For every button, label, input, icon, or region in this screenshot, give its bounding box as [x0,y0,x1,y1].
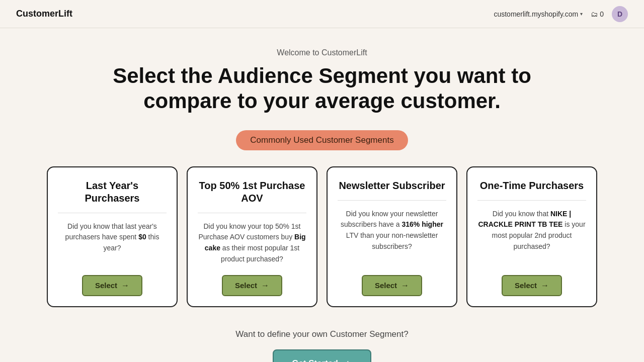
segment-card-one-time-purchasers: One-Time Purchasers Did you know that NI… [466,166,597,307]
arrow-icon-1: → [121,281,129,290]
bottom-text: Want to define your own Customer Segment… [235,329,408,339]
arrow-icon-4: → [541,281,549,290]
select-label-1: Select [95,281,117,290]
card-divider-1 [58,213,167,213]
segment-cards-row: Last Year's Purchasers Did you know that… [30,166,614,307]
arrow-icon-3: → [401,281,409,290]
card-body-1: Did you know that last year's purchasers… [58,221,167,265]
bottom-section: Want to define your own Customer Segment… [235,329,408,362]
card-body-4: Did you know that NIKE | CRACKLE PRINT T… [477,209,586,265]
chevron-down-icon: ▾ [580,11,583,17]
card-divider-3 [338,200,446,201]
segment-card-newsletter: Newsletter Subscriber Did you know your … [327,166,457,307]
select-button-1[interactable]: Select → [82,275,142,296]
select-label-4: Select [515,281,537,290]
card-title-3: Newsletter Subscriber [339,179,445,192]
select-button-4[interactable]: Select → [502,275,562,296]
header: CustomerLift customerlift.myshopify.com … [0,0,644,28]
cart-area[interactable]: 🗂 0 [591,10,604,18]
header-right: customerlift.myshopify.com ▾ 🗂 0 D [494,6,628,22]
card-divider-4 [477,200,586,201]
select-button-3[interactable]: Select → [362,275,422,296]
main-content: Welcome to CustomerLift Select the Audie… [0,28,644,362]
segment-card-top50-aov: Top 50% 1st Purchase AOV Did you know yo… [187,166,317,307]
cart-icon: 🗂 [591,10,598,18]
select-label-3: Select [375,281,397,290]
card-title-4: One-Time Purchasers [480,179,584,192]
logo: CustomerLift [16,9,72,19]
cart-count: 0 [600,10,604,18]
store-selector[interactable]: customerlift.myshopify.com ▾ [494,10,583,18]
get-started-label: Get Started [292,358,338,362]
select-button-2[interactable]: Select → [222,275,282,296]
select-label-2: Select [235,281,257,290]
store-name: customerlift.myshopify.com [494,10,578,18]
page-subtitle: Welcome to CustomerLift [277,48,367,57]
avatar-letter: D [617,10,622,18]
commonly-used-segments-badge[interactable]: Commonly Used Customer Segments [236,130,408,150]
arrow-icon-2: → [261,281,269,290]
avatar[interactable]: D [612,6,628,22]
plus-icon: ＋ [343,357,352,362]
page-title: Select the Audience Segment you want to … [106,63,538,114]
get-started-button[interactable]: Get Started ＋ [273,349,371,362]
segment-card-last-year-purchasers: Last Year's Purchasers Did you know that… [47,166,178,307]
card-body-2: Did you know your top 50% 1st Purchase A… [198,221,306,265]
card-title-1: Last Year's Purchasers [58,179,167,205]
card-body-3: Did you know your newsletter subscribers… [338,209,446,265]
card-title-2: Top 50% 1st Purchase AOV [198,179,306,205]
card-divider-2 [198,213,306,213]
